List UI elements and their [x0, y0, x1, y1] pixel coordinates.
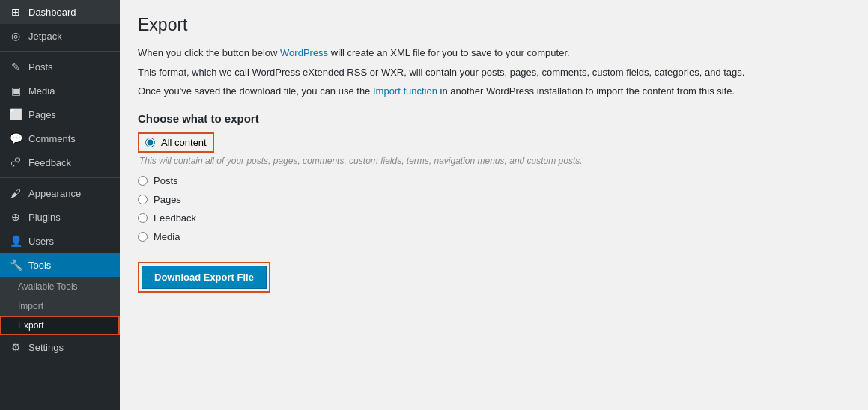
- users-icon: 👤: [9, 235, 22, 247]
- sidebar-item-media[interactable]: ▣ Media: [0, 79, 120, 102]
- dashboard-icon: ⊞: [9, 6, 22, 18]
- download-export-button[interactable]: Download Export File: [142, 266, 267, 289]
- sidebar-item-label: Appearance: [28, 188, 81, 199]
- download-btn-wrapper: Download Export File: [138, 262, 270, 293]
- main-content: Export When you click the button below W…: [120, 0, 868, 410]
- sidebar-item-label: Jetpack: [28, 31, 62, 42]
- sidebar-item-appearance[interactable]: 🖌 Appearance: [0, 181, 120, 205]
- sidebar-sub-label: Available Tools: [18, 281, 78, 292]
- media-icon: ▣: [9, 85, 22, 97]
- sidebar-item-label: Settings: [28, 342, 64, 353]
- sidebar-item-label: Posts: [28, 61, 53, 73]
- media-option: Media: [138, 231, 850, 242]
- all-content-label[interactable]: All content: [161, 137, 207, 148]
- sidebar-item-comments[interactable]: 💬 Comments: [0, 126, 120, 150]
- posts-radio[interactable]: [138, 176, 148, 186]
- sidebar-item-label: Users: [28, 236, 54, 247]
- desc3: Once you've saved the download file, you…: [138, 84, 850, 99]
- sidebar-sub-import[interactable]: Import: [0, 296, 120, 316]
- import-link[interactable]: Import function: [373, 85, 437, 97]
- desc2: This format, which we call WordPress eXt…: [138, 65, 850, 80]
- jetpack-icon: ◎: [9, 30, 22, 42]
- media-label[interactable]: Media: [154, 231, 180, 242]
- page-title: Export: [138, 15, 850, 35]
- feedback-radio[interactable]: [138, 213, 148, 223]
- sidebar-sub-label: Export: [18, 320, 44, 331]
- posts-label[interactable]: Posts: [154, 175, 178, 186]
- appearance-icon: 🖌: [9, 187, 22, 199]
- feedback-label[interactable]: Feedback: [154, 212, 196, 224]
- desc1-text: When you click the button below WordPres…: [138, 47, 570, 58]
- all-content-hint: This will contain all of your posts, pag…: [139, 156, 850, 166]
- feedback-icon: 🗪: [9, 156, 22, 168]
- sidebar-item-pages[interactable]: ⬜ Pages: [0, 102, 120, 126]
- sidebar-item-label: Plugins: [28, 212, 61, 223]
- sidebar-item-label: Tools: [28, 260, 51, 271]
- pages-radio[interactable]: [138, 195, 148, 204]
- all-content-option-box: All content: [138, 132, 214, 153]
- posts-icon: ✎: [9, 61, 22, 73]
- sidebar-item-dashboard[interactable]: ⊞ Dashboard: [0, 0, 120, 24]
- sidebar-item-feedback[interactable]: 🗪 Feedback: [0, 150, 120, 174]
- sidebar-item-jetpack[interactable]: ◎ Jetpack: [0, 24, 120, 48]
- media-radio[interactable]: [138, 232, 148, 242]
- sidebar-item-tools[interactable]: 🔧 Tools: [0, 253, 120, 277]
- sidebar-item-users[interactable]: 👤 Users: [0, 229, 120, 253]
- pages-icon: ⬜: [9, 108, 22, 120]
- sidebar-item-posts[interactable]: ✎ Posts: [0, 55, 120, 79]
- plugins-icon: ⊕: [9, 211, 22, 223]
- sidebar-item-label: Dashboard: [28, 7, 76, 18]
- pages-option: Pages: [138, 194, 850, 205]
- section-title: Choose what to export: [138, 112, 850, 125]
- settings-icon: ⚙: [9, 341, 22, 353]
- all-content-radio[interactable]: [145, 138, 155, 147]
- wordpress-link[interactable]: WordPress: [280, 47, 328, 58]
- comments-icon: 💬: [9, 132, 22, 144]
- tools-submenu: Available Tools Import Export: [0, 277, 120, 335]
- sidebar-sub-label: Import: [18, 301, 43, 311]
- desc1: When you click the button below WordPres…: [138, 46, 850, 61]
- sidebar-item-label: Media: [28, 85, 55, 97]
- feedback-option: Feedback: [138, 212, 850, 224]
- sidebar-item-settings[interactable]: ⚙ Settings: [0, 335, 120, 359]
- sidebar-sub-export[interactable]: Export: [0, 316, 120, 335]
- pages-label[interactable]: Pages: [154, 194, 181, 205]
- sidebar-item-plugins[interactable]: ⊕ Plugins: [0, 205, 120, 229]
- export-options-group: Posts Pages Feedback Media: [138, 175, 850, 242]
- sidebar-sub-available-tools[interactable]: Available Tools: [0, 277, 120, 296]
- tools-icon: 🔧: [9, 259, 22, 271]
- sidebar-item-label: Comments: [28, 133, 76, 144]
- sidebar-item-label: Feedback: [28, 157, 71, 168]
- sidebar: ⊞ Dashboard ◎ Jetpack ✎ Posts ▣ Media ⬜ …: [0, 0, 120, 410]
- sidebar-item-label: Pages: [28, 109, 56, 120]
- posts-option: Posts: [138, 175, 850, 186]
